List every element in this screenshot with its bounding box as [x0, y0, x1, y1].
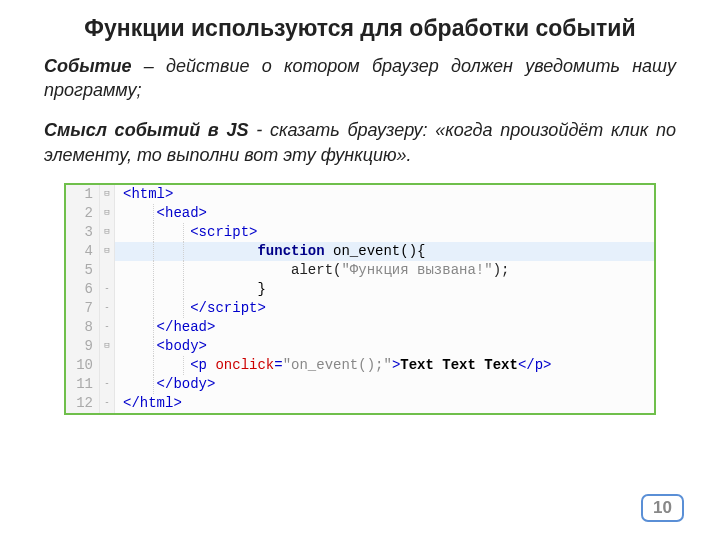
paragraph-event-purpose: Смысл событий в JS - сказать браузеру: «… [44, 118, 676, 167]
line-number: 12 [66, 394, 100, 413]
code-row: 8- </head> [66, 318, 654, 337]
code-row: 5 alert("Функция вызвана!"); [66, 261, 654, 280]
code-row: 9⊟ <body> [66, 337, 654, 356]
fold-marker: ⊟ [100, 185, 115, 204]
code-row: 7- </script​> [66, 299, 654, 318]
fold-marker: - [100, 375, 115, 394]
line-number: 3 [66, 223, 100, 242]
code-row: 10 <p onclick="on_event();">Text Text Te… [66, 356, 654, 375]
fold-marker: ⊟ [100, 242, 115, 261]
line-number: 4 [66, 242, 100, 261]
fold-marker: - [100, 394, 115, 413]
fold-marker: - [100, 299, 115, 318]
lead-event-purpose: Смысл событий в JS [44, 120, 248, 140]
slide-title: Функции используются для обработки событ… [44, 14, 676, 44]
code-row: 11- </body> [66, 375, 654, 394]
code-row: 12-</html> [66, 394, 654, 413]
code-example-box: 1⊟<html>2⊟ <head>3⊟ <script>4⊟ function … [64, 183, 656, 415]
code-source: </script​> [115, 299, 654, 318]
code-source: <body> [115, 337, 654, 356]
code-row: 3⊟ <script> [66, 223, 654, 242]
fold-marker: ⊟ [100, 204, 115, 223]
code-row: 6- } [66, 280, 654, 299]
code-source: </html> [115, 394, 654, 413]
code-source: alert("Функция вызвана!"); [115, 261, 654, 280]
code-source: <p onclick="on_event();">Text Text Text<… [115, 356, 654, 375]
line-number: 11 [66, 375, 100, 394]
fold-marker [100, 356, 115, 375]
line-number: 2 [66, 204, 100, 223]
fold-marker: ⊟ [100, 337, 115, 356]
code-source: <script> [115, 223, 654, 242]
fold-marker: - [100, 318, 115, 337]
page-number-badge: 10 [641, 494, 684, 522]
line-number: 10 [66, 356, 100, 375]
line-number: 9 [66, 337, 100, 356]
line-number: 7 [66, 299, 100, 318]
fold-marker [100, 261, 115, 280]
code-source: function on_event(){ [115, 242, 654, 261]
term-event-rest: – действие о котором браузер должен увед… [44, 56, 676, 100]
paragraph-event-definition: Событие – действие о котором браузер дол… [44, 54, 676, 103]
code-listing: 1⊟<html>2⊟ <head>3⊟ <script>4⊟ function … [66, 185, 654, 413]
line-number: 5 [66, 261, 100, 280]
line-number: 1 [66, 185, 100, 204]
fold-marker: ⊟ [100, 223, 115, 242]
term-event: Событие [44, 56, 132, 76]
code-source: <head> [115, 204, 654, 223]
code-source: } [115, 280, 654, 299]
code-row: 2⊟ <head> [66, 204, 654, 223]
line-number: 8 [66, 318, 100, 337]
line-number: 6 [66, 280, 100, 299]
code-source: </body> [115, 375, 654, 394]
code-row: 4⊟ function on_event(){ [66, 242, 654, 261]
code-row: 1⊟<html> [66, 185, 654, 204]
code-source: </head> [115, 318, 654, 337]
code-source: <html> [115, 185, 654, 204]
fold-marker: - [100, 280, 115, 299]
